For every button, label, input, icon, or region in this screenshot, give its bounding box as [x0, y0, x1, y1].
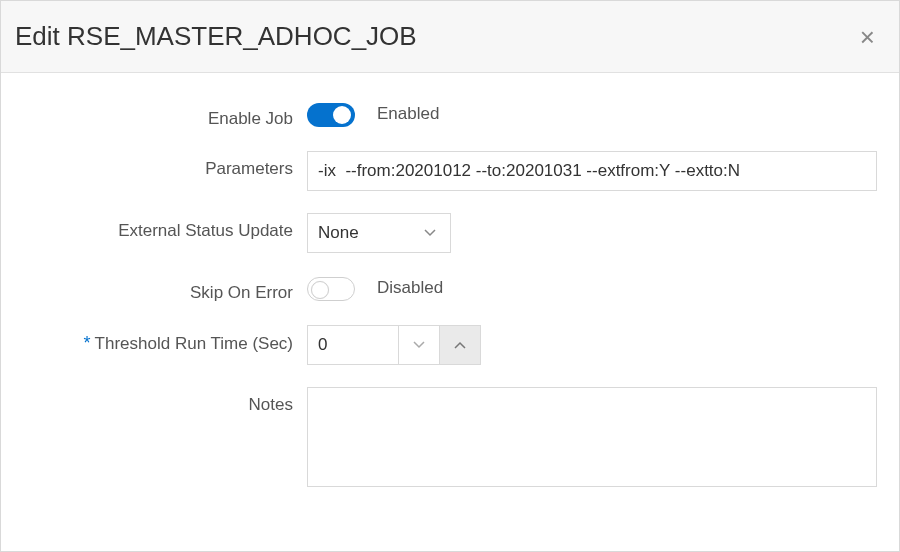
row-parameters: Parameters — [19, 151, 881, 191]
required-icon: * — [84, 333, 91, 353]
toggle-knob — [333, 106, 351, 124]
enable-job-state: Enabled — [377, 104, 439, 124]
edit-job-dialog: Edit RSE_MASTER_ADHOC_JOB × Enable Job E… — [0, 0, 900, 552]
threshold-spinner — [307, 325, 481, 365]
row-skip-on-error: Skip On Error Disabled — [19, 275, 881, 303]
chevron-up-icon — [454, 341, 466, 349]
parameters-input[interactable] — [307, 151, 877, 191]
row-threshold: *Threshold Run Time (Sec) — [19, 325, 881, 365]
external-status-value: None — [308, 223, 410, 243]
threshold-down-button[interactable] — [398, 325, 440, 365]
threshold-input[interactable] — [307, 325, 399, 365]
threshold-up-button[interactable] — [439, 325, 481, 365]
dialog-title: Edit RSE_MASTER_ADHOC_JOB — [15, 21, 417, 52]
label-parameters: Parameters — [19, 151, 307, 179]
external-status-select[interactable]: None — [307, 213, 451, 253]
row-enable-job: Enable Job Enabled — [19, 101, 881, 129]
notes-textarea[interactable] — [307, 387, 877, 487]
skip-on-error-toggle[interactable] — [307, 277, 355, 301]
toggle-knob — [311, 281, 329, 299]
label-skip-on-error: Skip On Error — [19, 275, 307, 303]
chevron-down-icon — [410, 214, 450, 252]
enable-job-toggle[interactable] — [307, 103, 355, 127]
row-external-status: External Status Update None — [19, 213, 881, 253]
close-icon[interactable]: × — [856, 20, 879, 54]
label-notes: Notes — [19, 387, 307, 415]
label-external-status: External Status Update — [19, 213, 307, 241]
chevron-down-icon — [413, 341, 425, 349]
row-notes: Notes — [19, 387, 881, 487]
label-threshold: *Threshold Run Time (Sec) — [19, 325, 307, 354]
label-enable-job: Enable Job — [19, 101, 307, 129]
dialog-body: Enable Job Enabled Parameters External S… — [1, 73, 899, 527]
dialog-header: Edit RSE_MASTER_ADHOC_JOB × — [1, 1, 899, 73]
skip-on-error-state: Disabled — [377, 278, 443, 298]
